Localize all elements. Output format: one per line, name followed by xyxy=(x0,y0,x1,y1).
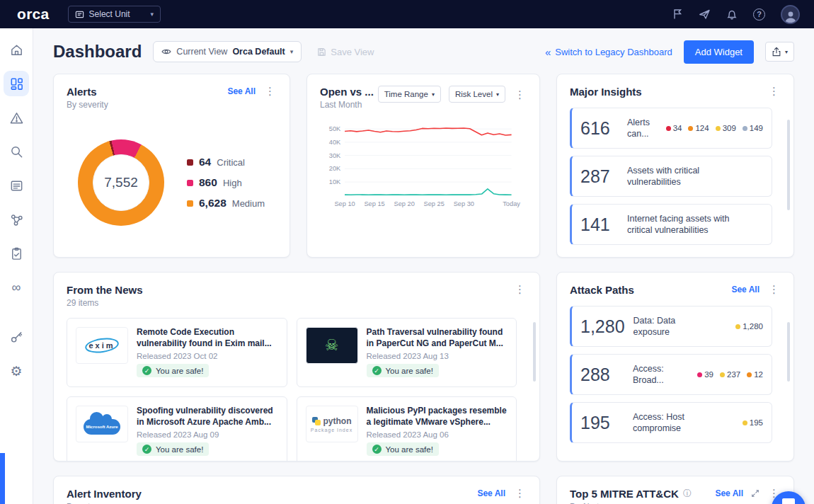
dot-count: 39 xyxy=(704,370,713,379)
news-title: Remote Code Execution vulnerability foun… xyxy=(137,327,278,349)
insight-item[interactable]: 287 Assets with critical vulnerabilities xyxy=(570,156,772,197)
info-icon[interactable]: ⓘ xyxy=(683,488,692,500)
sidebar-item-shift-left[interactable]: ∞ xyxy=(4,275,29,300)
open-vs-line-chart[interactable]: 10K20K30K40K50KSep 10Sep 15Sep 20Sep 25S… xyxy=(320,115,527,210)
legend-item-medium[interactable]: 6,628 Medium xyxy=(187,197,265,210)
sidebar-item-settings[interactable]: ⚙ xyxy=(4,358,29,384)
see-all-link[interactable]: See All xyxy=(715,488,743,498)
help-icon[interactable]: ? xyxy=(753,8,765,21)
sidebar-item-inventory[interactable] xyxy=(4,173,29,198)
attack-path-item[interactable]: 288 Access: Broad... 39 237 12 xyxy=(570,354,772,395)
kebab-menu-icon[interactable]: ⋮ xyxy=(513,89,527,100)
save-view-button[interactable]: Save View xyxy=(313,46,378,58)
orca-logo[interactable]: orca xyxy=(17,6,50,23)
search-icon xyxy=(9,144,24,159)
news-card[interactable]: Microsoft Azure Spoofing vulnerability d… xyxy=(67,396,287,462)
scrollbar[interactable] xyxy=(787,322,790,382)
current-view-dropdown[interactable]: Current View Orca Default ▾ xyxy=(153,41,302,62)
insight-value: 141 xyxy=(580,214,619,235)
risk-level-dropdown[interactable]: Risk Level ▾ xyxy=(449,86,505,103)
attack-path-item[interactable]: 1,280 Data: Data exposure 1,280 xyxy=(570,306,772,347)
dot-count: 124 xyxy=(695,124,709,132)
expand-icon[interactable] xyxy=(751,489,759,498)
legend-label: Critical xyxy=(217,157,245,168)
news-thumbnail-pypi: python Package Index xyxy=(306,406,358,442)
widget-subtitle: 29 items xyxy=(67,298,143,308)
news-grid: exim Remote Code Execution vulnerability… xyxy=(67,318,527,462)
risk-level-label: Risk Level xyxy=(455,90,493,98)
announcement-icon[interactable] xyxy=(699,8,711,20)
major-insights-widget: Major Insights ⋮ 616 Alerts can... 34 12… xyxy=(556,74,794,258)
legend-swatch xyxy=(187,200,193,207)
switch-legacy-link[interactable]: « Switch to Legacy Dashboard xyxy=(545,47,672,57)
open-vs-widget: Open vs ... Last Month Time Range ▾ Risk… xyxy=(306,74,540,258)
select-unit-dropdown[interactable]: Select Unit ▾ xyxy=(68,6,161,23)
check-icon: ✓ xyxy=(372,366,382,375)
news-card[interactable]: ☠ Path Traversal vulnerability found in … xyxy=(297,318,517,387)
sidebar-item-discovery[interactable] xyxy=(4,139,29,164)
flag-icon[interactable] xyxy=(672,8,683,20)
status-badge: ✓ You are safe! xyxy=(137,442,209,456)
kebab-menu-icon[interactable]: ⋮ xyxy=(767,86,781,96)
sidebar-item-access[interactable] xyxy=(4,324,29,350)
insight-value: 616 xyxy=(580,118,619,139)
add-widget-button[interactable]: Add Widget xyxy=(684,40,754,64)
see-all-link[interactable]: See All xyxy=(731,285,759,294)
news-date: Released 2023 Aug 06 xyxy=(367,430,508,439)
select-unit-label: Select Unit xyxy=(89,9,130,19)
attack-paths-widget: Attack Paths See All ⋮ 1,280 Data: Data … xyxy=(556,272,794,462)
sidebar-item-compliance[interactable] xyxy=(4,241,29,266)
dot-count: 34 xyxy=(673,124,682,132)
severity-dot xyxy=(716,126,721,131)
insight-item[interactable]: 141 Internet facing assets with critical… xyxy=(570,204,772,245)
news-card[interactable]: python Package Index Malicious PyPI pack… xyxy=(297,396,517,462)
check-icon: ✓ xyxy=(142,445,151,454)
svg-text:50K: 50K xyxy=(329,125,341,132)
widget-title: Attack Paths xyxy=(570,284,634,296)
status-badge: ✓ You are safe! xyxy=(367,364,439,377)
severity-dot xyxy=(666,126,671,131)
widget-title: Top 5 MITRE ATT&CK xyxy=(570,488,679,500)
save-view-label: Save View xyxy=(331,47,374,57)
severity-dots: 195 xyxy=(743,418,763,427)
skull-icon: ☠ xyxy=(325,336,339,355)
attack-path-value: 1,280 xyxy=(580,316,625,337)
time-range-dropdown[interactable]: Time Range ▾ xyxy=(378,86,441,103)
attack-path-label: Data: Data exposure xyxy=(634,315,699,338)
kebab-menu-icon[interactable]: ⋮ xyxy=(263,86,277,96)
alerts-donut-chart[interactable]: 7,552 xyxy=(78,139,164,226)
see-all-link[interactable]: See All xyxy=(227,86,256,96)
sidebar-item-alerts[interactable] xyxy=(4,105,29,130)
sidebar-item-dashboards[interactable] xyxy=(4,71,29,96)
svg-text:20K: 20K xyxy=(329,165,341,172)
key-icon xyxy=(9,330,24,345)
news-title: Path Traversal vulnerability found in Pa… xyxy=(367,327,508,349)
sidebar-item-attack-paths[interactable] xyxy=(4,207,29,232)
news-thumbnail-exim: exim xyxy=(76,327,128,364)
check-icon: ✓ xyxy=(142,366,151,375)
severity-dot xyxy=(747,372,752,377)
legend-value: 860 xyxy=(199,176,217,189)
export-button[interactable]: ▾ xyxy=(765,42,794,62)
chevron-down-icon: ▾ xyxy=(290,48,294,55)
inventory-icon xyxy=(9,178,24,193)
kebab-menu-icon[interactable]: ⋮ xyxy=(513,284,527,294)
insight-item[interactable]: 616 Alerts can... 34 124 309 149 xyxy=(570,108,772,149)
warning-triangle-icon xyxy=(9,110,24,125)
legend-item-critical[interactable]: 64 Critical xyxy=(187,156,265,168)
avatar[interactable] xyxy=(781,5,800,24)
legend-item-high[interactable]: 860 High xyxy=(187,176,265,189)
legend-swatch xyxy=(187,180,193,186)
scrollbar[interactable] xyxy=(533,322,536,382)
graph-nodes-icon xyxy=(9,212,24,227)
dashboard-icon xyxy=(9,76,24,91)
double-chevron-left-icon: « xyxy=(545,47,551,57)
kebab-menu-icon[interactable]: ⋮ xyxy=(513,488,527,498)
attack-path-item[interactable]: 195 Access: Host compromise 195 xyxy=(570,402,772,443)
scrollbar[interactable] xyxy=(787,120,790,210)
bell-icon[interactable] xyxy=(726,8,738,21)
news-card[interactable]: exim Remote Code Execution vulnerability… xyxy=(67,318,287,387)
kebab-menu-icon[interactable]: ⋮ xyxy=(767,284,781,294)
see-all-link[interactable]: See All xyxy=(477,488,505,498)
sidebar-item-home[interactable] xyxy=(4,37,29,62)
